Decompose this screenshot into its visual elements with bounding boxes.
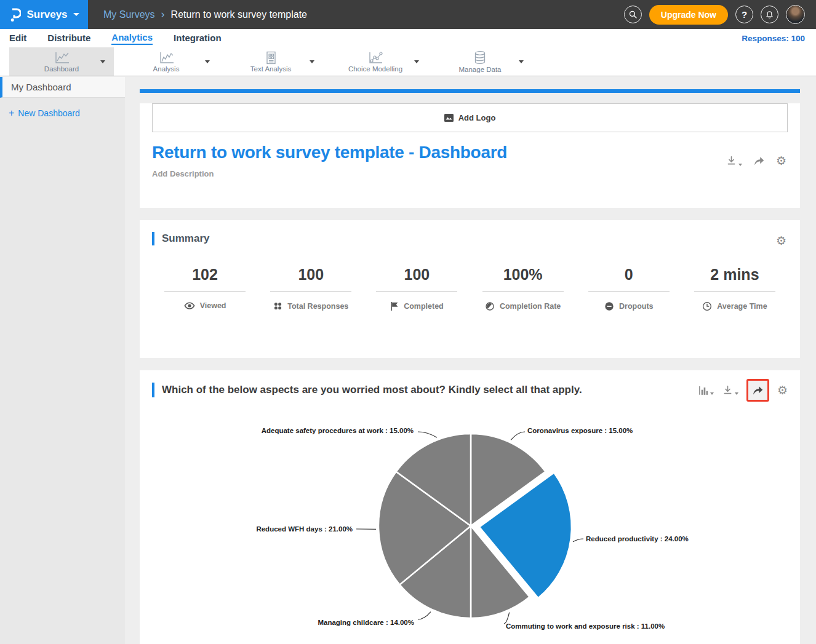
summary-stats: 102 Viewed 100	[152, 266, 788, 311]
stat-label: Average Time	[717, 302, 767, 311]
toolbar-manage-data[interactable]: Manage Data	[428, 47, 532, 76]
breadcrumb-my-surveys[interactable]: My Surveys	[103, 9, 155, 20]
divider	[270, 291, 351, 292]
question-card: Which of the below aspects are you worri…	[140, 370, 800, 644]
pie-label: Adequate safety procedures at work : 15.…	[262, 427, 414, 434]
pie-label: Reduced productivity : 24.00%	[586, 535, 689, 543]
section-accent-bar	[152, 383, 154, 397]
pie-chart-area: Coronavirus exposure : 15.00% Reduced pr…	[140, 401, 800, 644]
stat-value: 2 mins	[682, 266, 788, 284]
settings-gear-icon[interactable]: ⚙	[776, 155, 786, 167]
add-logo-label: Add Logo	[458, 113, 496, 122]
responses-count: Responses: 100	[742, 34, 805, 43]
tab-edit[interactable]: Edit	[9, 33, 26, 44]
stat-dropouts: 0 Dropouts	[576, 266, 682, 311]
add-description-button[interactable]: Add Description	[152, 169, 788, 178]
user-avatar[interactable]	[786, 5, 805, 24]
pie-label: Reduced WFH days : 21.00%	[256, 525, 353, 533]
half-circle-icon	[485, 301, 495, 311]
grid-dots-icon	[273, 301, 282, 311]
pie-chart	[140, 401, 800, 644]
toolbar-item-label: Choice Modelling	[348, 65, 402, 73]
stat-label: Dropouts	[619, 302, 654, 311]
chevron-down-icon[interactable]	[310, 60, 314, 63]
question-actions: ⚙	[698, 379, 788, 402]
share-button[interactable]	[753, 155, 766, 167]
chevron-down-icon[interactable]	[414, 60, 419, 63]
flag-icon	[390, 301, 399, 311]
minus-circle-icon	[604, 301, 614, 311]
dashboard-sidebar: My Dashboard + New Dashboard	[0, 77, 125, 644]
line-chart-icon	[158, 51, 175, 65]
pie-leader-line	[418, 612, 431, 619]
stat-total-responses: 100 Total Responses	[258, 266, 364, 311]
document-grid-icon	[264, 51, 278, 65]
stat-average-time: 2 mins Average Time	[682, 266, 788, 311]
stat-value: 100	[258, 266, 364, 284]
dashboard-actions: ⚙	[726, 155, 786, 167]
database-icon	[473, 50, 487, 65]
toolbar-item-label: Dashboard	[44, 65, 79, 73]
tab-analytics[interactable]: Analytics	[111, 32, 153, 45]
download-button[interactable]	[722, 384, 738, 396]
search-button[interactable]	[624, 6, 642, 23]
breadcrumb-separator: ›	[161, 8, 165, 21]
section-accent-bar	[152, 232, 154, 245]
chevron-down-icon[interactable]	[100, 60, 105, 63]
toolbar-item-label: Analysis	[153, 65, 180, 73]
stat-label: Viewed	[200, 301, 226, 310]
settings-gear-icon[interactable]: ⚙	[776, 235, 786, 247]
toolbar-item-label: Text Analysis	[250, 65, 291, 73]
topbar-actions: Upgrade Now ?	[624, 5, 805, 25]
settings-gear-icon[interactable]: ⚙	[777, 384, 788, 396]
toolbar-text-analysis[interactable]: Text Analysis	[218, 47, 323, 76]
pie-leader-line	[573, 539, 583, 542]
plus-icon: +	[9, 108, 14, 119]
product-name: Surveys	[26, 9, 67, 21]
analytics-toolbar: Dashboard Analysis Text Analysis	[0, 47, 816, 76]
notifications-button[interactable]	[761, 6, 778, 23]
eye-icon	[184, 301, 195, 310]
search-icon	[628, 10, 638, 19]
add-logo-button[interactable]: Add Logo	[152, 103, 788, 132]
chart-type-button[interactable]	[698, 384, 714, 396]
tab-integration[interactable]: Integration	[174, 33, 222, 44]
chevron-down-icon[interactable]	[205, 60, 210, 63]
chevron-down-icon	[738, 164, 742, 166]
divider	[482, 291, 564, 292]
stat-label: Completion Rate	[500, 302, 561, 311]
stat-value: 0	[576, 266, 682, 284]
stat-value: 100	[364, 266, 470, 284]
page-title: Return to work survey template - Dashboa…	[152, 143, 788, 162]
pie-label: Commuting to work and exposure risk : 11…	[506, 622, 665, 630]
divider	[694, 291, 775, 292]
toolbar-item-label: Manage Data	[458, 66, 501, 73]
pie-label: Managing childcare : 14.00%	[318, 619, 414, 626]
top-bar: Surveys My Surveys › Return to work surv…	[0, 0, 816, 29]
chevron-down-icon	[73, 13, 79, 16]
sidebar-item-my-dashboard[interactable]: My Dashboard	[0, 77, 125, 98]
help-button[interactable]: ?	[735, 6, 753, 23]
questionpro-logo-icon	[9, 7, 21, 23]
download-button[interactable]	[726, 155, 742, 167]
toolbar-dashboard[interactable]: Dashboard	[9, 47, 114, 76]
stat-completed: 100 Completed	[364, 266, 470, 311]
new-dashboard-button[interactable]: + New Dashboard	[9, 108, 125, 119]
tab-distribute[interactable]: Distribute	[47, 33, 90, 44]
line-chart-icon	[54, 51, 70, 65]
toolbar-choice-modelling[interactable]: Choice Modelling	[323, 47, 428, 76]
summary-title: Summary	[162, 233, 209, 245]
toolbar-analysis[interactable]: Analysis	[114, 47, 218, 76]
stat-viewed: 102 Viewed	[152, 266, 258, 311]
share-button-highlighted[interactable]	[746, 379, 769, 402]
upgrade-now-button[interactable]: Upgrade Now	[649, 5, 728, 25]
chevron-down-icon	[710, 392, 714, 395]
stat-value: 102	[152, 266, 258, 284]
divider	[376, 291, 457, 292]
pie-label: Coronavirus exposure : 15.00%	[527, 427, 633, 434]
chevron-down-icon	[735, 392, 738, 395]
chevron-down-icon[interactable]	[519, 60, 524, 63]
stat-label: Completed	[404, 302, 444, 311]
product-switcher[interactable]: Surveys	[0, 0, 88, 29]
divider	[164, 291, 246, 292]
